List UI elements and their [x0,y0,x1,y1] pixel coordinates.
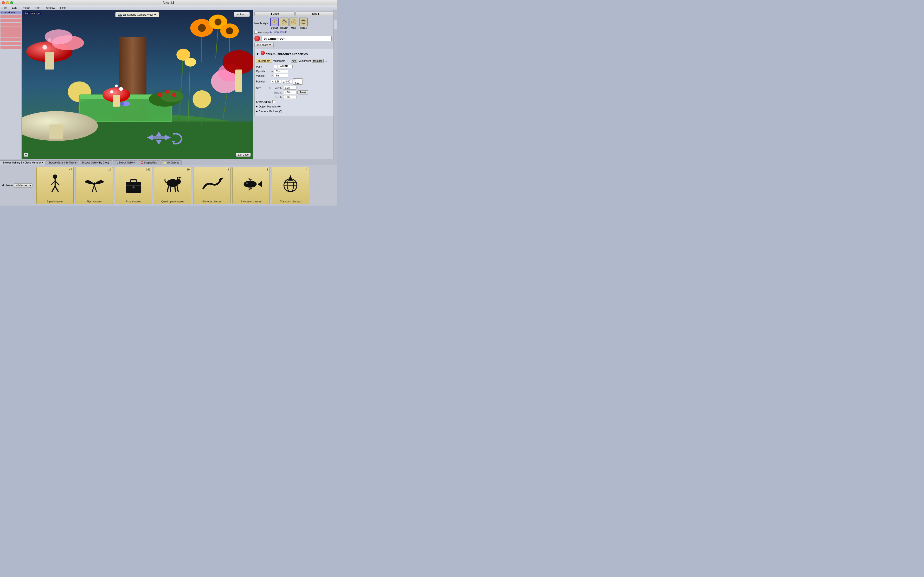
object-icon [254,35,260,41]
handle-rotation[interactable] [280,18,289,26]
menu-help[interactable]: Help [59,6,67,10]
svg-rect-28 [113,95,120,106]
width-value[interactable]: 5.98 [283,86,296,90]
svg-line-71 [55,181,60,185]
svg-rect-47 [49,124,63,139]
menu-edit[interactable]: Edit [11,6,18,10]
show-joints-checkbox[interactable] [272,100,275,103]
swimmer-label: Swimmer classes [241,200,262,203]
scene-item-8[interactable] [0,38,21,41]
menu-file[interactable]: File [2,6,8,10]
resource-button[interactable]: resource [312,59,324,63]
scene-item-7[interactable] [0,34,21,37]
scene-svg [22,10,253,159]
svg-rect-76 [130,180,137,183]
one-shots-button[interactable]: one shots ▼ [254,43,274,47]
scene-item-mushroom[interactable]: this.mushroom [0,11,21,15]
camera-dropdown-arrow[interactable]: ▼ [154,13,157,16]
snap-details[interactable]: ▶ Snap details [270,31,287,34]
paint-value[interactable]: WHITE [278,64,292,68]
undo-button[interactable]: ◀ Undo [254,11,294,16]
window-controls[interactable] [2,1,13,4]
viewport[interactable]: 📷 📷 Starting Camera View ▼ Run... this.m… [22,10,253,159]
gallery-item-flyer[interactable]: 14 Flyer classes [76,167,113,204]
object-name-box[interactable]: this.mushroom [262,36,331,41]
pos-x-value[interactable]: x: 1.68 [271,80,281,84]
reset-button[interactable]: Reset [297,90,308,95]
scrollbar-thumb[interactable] [334,20,337,29]
paint-label: Paint [256,65,270,68]
snap-checkbox[interactable] [254,31,257,34]
width-row: Size = Width: 5.98 [256,86,334,90]
collapse-button[interactable]: ▼ [24,153,28,157]
scene-item-4[interactable] [0,23,21,26]
scene-item-9[interactable] [0,42,21,45]
type-tag[interactable]: Mushroom [256,59,272,63]
svg-point-42 [192,90,211,108]
scene-item-6[interactable] [0,30,21,34]
biped-count: 47 [69,168,72,171]
gallery-item-transport[interactable]: 4 Transport classes [272,167,309,204]
camera-icon: 📷 [118,13,122,16]
edit-code-button[interactable]: Edit Code [236,153,251,157]
vehicle-label: Vehicle [256,74,270,77]
tab-by-theme[interactable]: Browse Gallery By Theme [46,160,79,165]
properties-title: this.mushroom's Properties [267,52,308,56]
filter-select[interactable]: all classes [14,184,32,187]
height-row: = Height: 4.88 Reset [256,90,334,95]
minimize-button[interactable] [6,1,9,4]
height-value[interactable]: 4.88 [283,91,296,94]
one-shots-arrow: ▼ [269,44,271,47]
svg-point-67 [304,23,305,24]
menu-window[interactable]: Window [45,6,56,10]
depth-value[interactable]: 5.86 [283,95,296,99]
handle-default[interactable]: ⊕ [270,18,279,26]
expand-arrow-props[interactable]: ▼ [256,52,259,56]
svg-point-80 [175,179,181,184]
svg-point-51 [184,58,196,67]
svg-rect-13 [45,52,54,69]
object-markers-header[interactable]: ▶ Object Markers (0) [256,105,334,108]
tab-by-group[interactable]: Browse Gallery By Group [80,160,112,165]
window-title: Alice 3.3 [163,1,174,4]
svg-line-83 [175,187,175,192]
folder-icon: 📁 [163,161,166,164]
handle-move[interactable]: ✛ [289,18,298,26]
scene-item-3[interactable] [0,19,21,22]
right-scrollbar[interactable] [333,10,337,159]
pos-y-value[interactable]: y: 0.00 [282,80,292,84]
gallery-item-slitherer[interactable]: 3 Slitherer classes [193,167,231,204]
svg-point-30 [119,87,123,91]
gallery-item-quadruped[interactable]: 39 Quadruped classes [154,167,191,204]
handle-resize[interactable] [299,18,308,26]
gallery-item-swimmer[interactable]: 2 Swimmer classes [233,167,270,204]
gallery-item-prop[interactable]: 297 Prop classes [115,167,152,204]
svg-marker-91 [248,187,252,191]
redo-button[interactable]: Redo ▶ [296,11,336,16]
maximize-button[interactable] [10,1,13,4]
menu-project[interactable]: Project [21,6,31,10]
new-button[interactable]: new [291,59,297,63]
slitherer-count: 3 [228,168,229,171]
camera-markers-header[interactable]: ▶ Camera Markers (0) [256,110,334,113]
scene-item-10[interactable] [0,46,21,49]
svg-text:⊕: ⊕ [274,21,276,23]
vehicle-value[interactable]: this [274,74,288,77]
close-button[interactable] [2,1,5,4]
biped-icon [44,168,66,200]
run-button[interactable]: Run... [234,12,250,17]
object-selector: this.mushroom ▼ [254,35,336,41]
tab-shapes-text[interactable]: ⭕ Shapes/Text [138,160,160,165]
tab-search[interactable]: 🔍 Search Gallery [113,160,137,165]
menu-run[interactable]: Run [34,6,41,10]
opacity-value[interactable]: =1.0 [274,69,288,73]
pos-z-value[interactable]: z: -9.10 [292,78,303,85]
svg-point-68 [53,174,57,179]
gallery-item-biped[interactable]: 47 Biped classes [36,167,74,204]
tab-my-classes[interactable]: 📁 My Classes [160,160,182,165]
scene-item-2[interactable] [0,15,21,18]
tab-class-hierarchy[interactable]: Browse Gallery By Class Hierarchy [0,160,45,165]
svg-line-70 [51,181,55,185]
paint-swatch[interactable] [274,65,277,68]
scene-item-5[interactable] [0,26,21,30]
